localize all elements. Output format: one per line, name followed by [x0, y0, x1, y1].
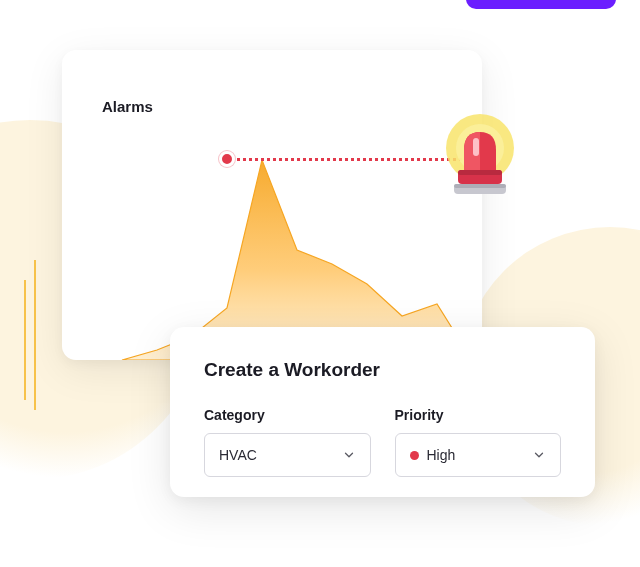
workorder-fields-row: Category HVAC Priority High	[204, 407, 561, 477]
priority-label: Priority	[395, 407, 562, 423]
chevron-down-icon	[532, 448, 546, 462]
priority-selected-text: High	[427, 447, 456, 463]
alarm-peak-marker	[219, 151, 235, 167]
priority-select[interactable]: High	[395, 433, 562, 477]
priority-field: Priority High	[395, 407, 562, 477]
decorative-stripe	[34, 260, 36, 410]
priority-selected-value: High	[410, 447, 456, 463]
category-label: Category	[204, 407, 371, 423]
priority-dot-icon	[410, 451, 419, 460]
svg-rect-4	[458, 170, 502, 175]
cta-button-fragment[interactable]	[466, 0, 616, 9]
svg-rect-6	[454, 184, 506, 188]
svg-rect-2	[473, 138, 479, 156]
alarms-title: Alarms	[102, 98, 446, 115]
decorative-stripe	[24, 280, 26, 400]
workorder-title: Create a Workorder	[204, 359, 561, 381]
alarms-card: Alarms	[62, 50, 482, 360]
category-selected-value: HVAC	[219, 447, 257, 463]
category-select[interactable]: HVAC	[204, 433, 371, 477]
alarm-siren-icon	[440, 108, 520, 198]
category-field: Category HVAC	[204, 407, 371, 477]
create-workorder-card: Create a Workorder Category HVAC Priorit…	[170, 327, 595, 497]
chevron-down-icon	[342, 448, 356, 462]
